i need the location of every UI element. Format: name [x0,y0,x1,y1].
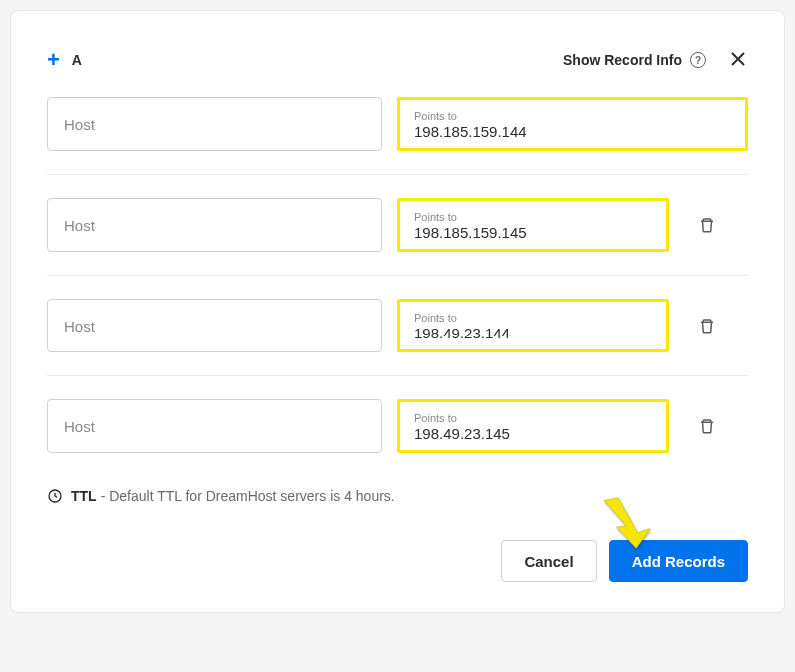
host-input-wrapper [47,198,382,252]
points-to-label: Points to [414,211,652,223]
header-right: Show Record Info ? [563,50,748,70]
points-to-label: Points to [414,110,731,122]
host-input[interactable] [64,318,365,335]
ttl-description: - Default TTL for DreamHost servers is 4… [101,488,395,504]
dns-record-panel: + A Show Record Info ? Points to 198.185… [10,10,785,613]
header-left: + A [47,49,82,71]
points-to-field[interactable]: Points to 198.185.159.144 [398,97,748,151]
footer-actions: Cancel Add Records [47,540,748,582]
add-records-button[interactable]: Add Records [609,540,748,582]
cancel-button[interactable]: Cancel [501,540,596,582]
record-type-label: A [72,52,82,68]
show-record-info-link[interactable]: Show Record Info [563,52,682,68]
close-icon[interactable] [728,50,748,70]
points-to-label: Points to [414,312,652,324]
points-to-value: 198.49.23.145 [414,425,652,443]
trash-icon[interactable] [695,416,719,436]
points-to-field[interactable]: Points to 198.49.23.144 [398,299,669,352]
points-to-value: 198.49.23.144 [414,325,652,342]
points-to-value: 198.185.159.145 [414,224,652,242]
help-icon[interactable]: ? [690,52,706,68]
panel-header: + A Show Record Info ? [47,49,748,71]
host-input[interactable] [64,418,365,435]
record-row: Points to 198.185.159.144 [47,97,748,175]
record-row: Points to 198.49.23.144 [47,299,748,376]
record-row: Points to 198.49.23.145 [47,399,748,476]
points-to-field[interactable]: Points to 198.49.23.145 [398,399,669,453]
host-input-wrapper [47,299,382,352]
ttl-info: TTL - Default TTL for DreamHost servers … [47,488,748,504]
host-input-wrapper [47,399,382,453]
points-to-label: Points to [414,412,652,424]
host-input[interactable] [64,116,365,133]
points-to-field[interactable]: Points to 198.185.159.145 [398,198,669,252]
record-row: Points to 198.185.159.145 [47,198,748,276]
ttl-label: TTL [71,488,97,504]
clock-icon [47,488,63,504]
points-to-value: 198.185.159.144 [414,123,731,141]
trash-icon[interactable] [695,316,719,336]
host-input[interactable] [64,217,365,234]
host-input-wrapper [47,97,382,151]
plus-icon: + [47,49,60,71]
trash-icon[interactable] [695,215,719,235]
